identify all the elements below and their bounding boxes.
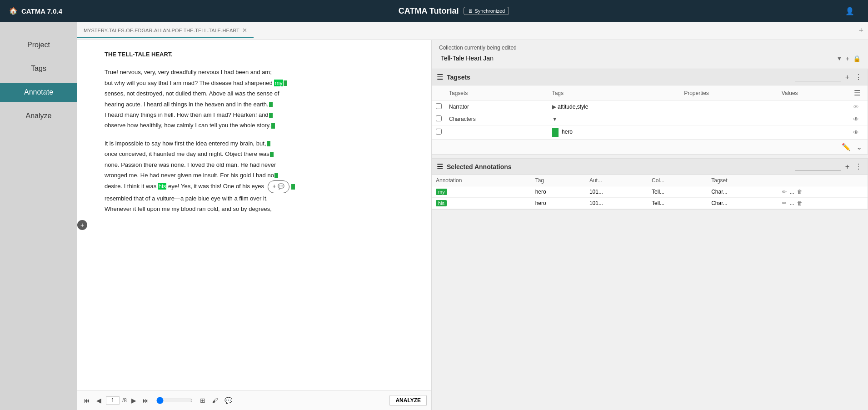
table-row: Characters ▼ 👁 [432,113,868,125]
annotation-tagset-his: Char... [708,198,777,209]
next-page-button[interactable]: ▶ [130,395,138,406]
collapse-tagset-button[interactable]: ⌄ [855,142,863,152]
annotations-section: ☰ Selected Annotations + ⋮ Annotation Ta… [432,158,868,210]
collection-select-row: Tell-Tale Heart Jan ▼ + 🔒 [439,54,861,63]
annotation-tagset-my: Char... [708,186,777,198]
first-page-button[interactable]: ⏮ [82,395,92,406]
annotation-bubble[interactable]: + 💬 [268,180,289,193]
table-menu-button[interactable]: ☰ [853,88,861,98]
comment-button[interactable]: 💬 [223,395,234,406]
narrator-tags: attitude,style [558,104,588,110]
lock-collection-button[interactable]: 🔒 [853,55,861,62]
comment-icon: 💬 [278,182,284,192]
analyze-button[interactable]: ANALYZE [389,395,427,406]
toggle-visibility-narrator-button[interactable]: 👁 [853,104,859,110]
page-total: /8 [122,397,127,404]
brush-button[interactable]: 🖌 [210,395,220,406]
tab-main-document[interactable]: MYSTERY-TALES-OF-EDGAR-ALLAN-POE THE-TEL… [77,23,254,38]
toggle-visibility-hero-button[interactable]: 👁 [853,129,859,136]
edit-annotation-his-button[interactable]: ✏ [781,200,788,206]
row-checkbox-hero[interactable] [436,129,442,135]
text-panel: + THE TELL-TALE HEART. True! nervous, ve… [77,40,432,410]
list-item: my hero 101... Tell... Char... ✏ ... 🗑 [432,186,868,198]
col-checkbox [432,85,445,101]
tab-add-button[interactable]: + [858,26,863,35]
tabs-bar: MYSTERY-TALES-OF-EDGAR-ALLAN-POE THE-TEL… [77,22,868,40]
tagset-indent-hero [445,125,549,140]
project-title: CATMA Tutorial [399,6,459,16]
text-toolbar: ⏮ ◀ 1 /8 ▶ ⏭ ⊞ 🖌 💬 ANALYZE [77,390,431,410]
col-annotation: Annotation [432,175,532,186]
sidebar-item-analyze[interactable]: Analyze [0,106,77,125]
delete-annotation-his-button[interactable]: 🗑 [796,200,804,206]
tagsets-search-input[interactable] [795,73,841,81]
highlight-my-1: my [274,80,283,86]
sync-badge: 🖥 Synchronized [464,7,509,15]
expand-narrator-button[interactable]: ▶ [552,104,556,110]
col-tagsets: Tagsets [445,85,549,101]
annotations-search-input[interactable] [795,162,841,171]
add-annotation-button[interactable]: + [844,162,850,172]
sidebar-item-annotate[interactable]: Annotate [0,83,77,102]
annotation-text-my: my [436,189,447,195]
col-actions: ☰ [849,85,868,101]
sidebar-item-label: Tags [31,65,46,72]
home-icon[interactable]: 🏠 [9,7,18,15]
sidebar-item-tags[interactable]: Tags [0,59,77,78]
tagsets-section: ☰ Tagsets + ⋮ Tagsets Tags Properti [432,69,868,155]
text-content: THE TELL-TALE HEART. True! nervous, very… [77,40,431,390]
add-collection-button[interactable]: + [846,55,849,62]
page-slider[interactable] [156,397,193,404]
edit-annotation-my-button[interactable]: ✏ [781,189,788,195]
topbar: 🏠 CATMA 7.0.4 CATMA Tutorial 🖥 Synchroni… [0,0,868,22]
tab-close-button[interactable]: ✕ [242,27,247,34]
page-number-input[interactable]: 1 [106,396,120,405]
expand-sidebar-button[interactable]: + [77,220,87,230]
sidebar-item-label: Annotate [24,88,53,96]
expand-characters-button[interactable]: ▼ [552,116,558,122]
edit-tagset-button[interactable]: ✏️ [841,142,852,152]
narrator-properties [680,101,778,113]
tagsets-table: Tagsets Tags Properties Values ☰ [432,85,868,140]
more-options-his: ... [790,200,794,206]
col-tags: Tags [549,85,681,101]
user-icon[interactable]: 👤 [845,7,854,15]
annotations-table: Annotation Tag Aut... Col... Tagset [432,175,868,209]
toggle-visibility-characters-button[interactable]: 👁 [853,116,859,123]
row-checkbox-narrator[interactable] [436,103,442,109]
highlight-his: his [158,183,167,190]
tagsets-menu-button[interactable]: ⋮ [854,72,863,82]
tagsets-list-icon: ☰ [437,73,443,81]
add-tagset-button[interactable]: + [844,72,850,82]
user-icon-area[interactable]: 👤 [845,7,859,15]
sync-label: Synchronized [475,8,505,14]
col-tag: Tag [532,175,586,186]
hero-values [778,125,849,140]
sidebar-item-project[interactable]: Project [0,35,77,55]
sidebar-item-label: Analyze [26,112,52,120]
tagsets-title: Tagsets [447,74,792,81]
annotations-menu-button[interactable]: ⋮ [854,161,863,172]
annotation-collection-his: Tell... [648,198,708,209]
plus-icon: + [273,182,276,192]
annotation-text-his: his [436,200,447,206]
chevron-down-icon: ▼ [837,55,842,62]
annotation-author-his: 101... [586,198,648,209]
collection-select[interactable]: Tell-Tale Heart Jan [439,54,833,63]
hero-tag-name: hero [562,129,573,135]
panels-row: + THE TELL-TALE HEART. True! nervous, ve… [77,40,868,410]
prev-page-button[interactable]: ◀ [95,395,103,406]
col-values: Values [778,85,849,101]
hero-color-swatch [552,128,559,137]
app-title-area: 🏠 CATMA 7.0.4 [9,7,62,15]
last-page-button[interactable]: ⏭ [141,395,151,406]
col-author: Aut... [586,175,648,186]
monitor-icon: 🖥 [468,8,473,14]
sidebar: Project Tags Annotate Analyze [0,22,77,410]
sidebar-item-label: Project [27,41,50,49]
delete-annotation-my-button[interactable]: 🗑 [796,189,804,195]
grid-view-button[interactable]: ⊞ [198,395,207,406]
row-checkbox-characters[interactable] [436,115,442,121]
col-tagset: Tagset [708,175,777,186]
annotation-collection-my: Tell... [648,186,708,198]
